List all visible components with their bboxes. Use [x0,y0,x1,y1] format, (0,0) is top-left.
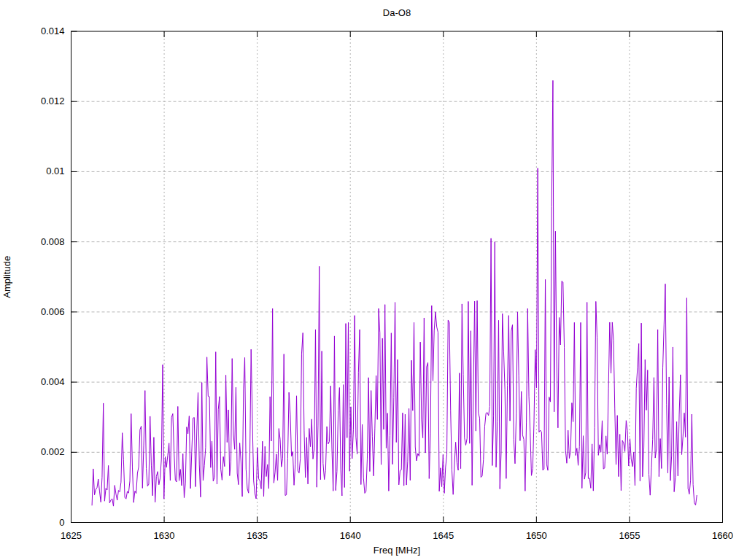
y-tick-label: 0.002 [41,446,65,457]
x-tick-label: 1650 [526,530,547,541]
x-tick-label: 1655 [619,530,640,541]
axis-labels: Da-O8 Freq [MHz] Amplitude [1,7,420,556]
x-tick-label: 1625 [61,530,82,541]
x-tick-label: 1645 [433,530,454,541]
gnuplot-window: 1625163016351640164516501655166000.0020.… [0,0,747,560]
y-tick-label: 0.008 [41,236,65,247]
data-series-layer [92,80,697,506]
x-tick-label: 1635 [247,530,268,541]
y-tick-label: 0.006 [41,306,65,317]
chart-title: Da-O8 [383,7,411,18]
x-tick-label: 1630 [154,530,175,541]
y-tick-label: 0.014 [41,26,65,36]
x-tick-label: 1660 [712,530,733,541]
y-axis-label: Amplitude [1,256,12,298]
y-tick-label: 0.012 [41,96,65,106]
x-tick-label: 1640 [340,530,361,541]
y-tick-label: 0 [59,517,64,528]
spectrum-chart: 1625163016351640164516501655166000.0020.… [0,0,747,560]
x-axis-label: Freq [MHz] [374,545,420,556]
amplitude-spectrum [92,80,697,506]
y-tick-label: 0.004 [41,376,65,387]
y-tick-label: 0.01 [46,166,64,176]
